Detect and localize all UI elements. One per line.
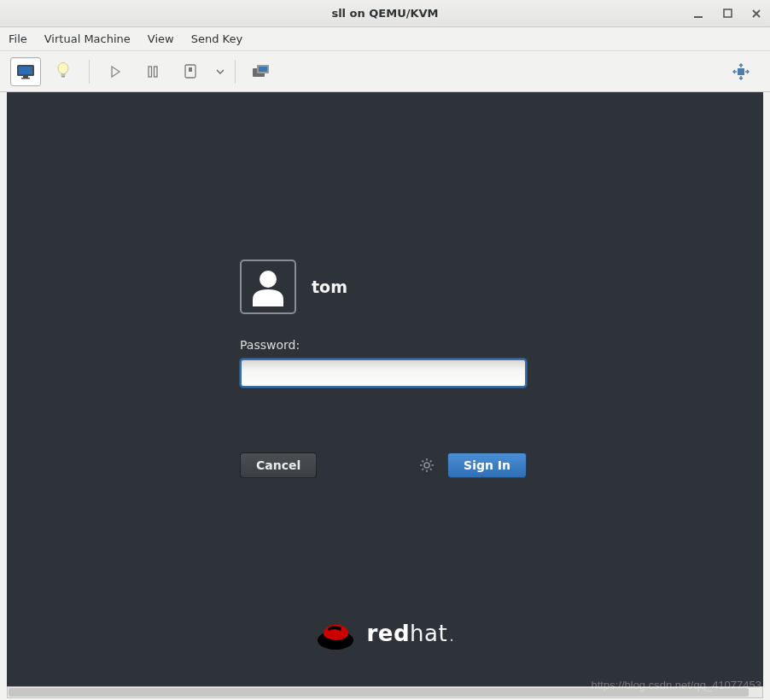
shutdown-dropdown[interactable] bbox=[175, 57, 225, 86]
brand-dot: . bbox=[449, 627, 454, 645]
redhat-wordmark: redhat. bbox=[367, 621, 455, 646]
fullscreen-button[interactable] bbox=[726, 57, 756, 86]
svg-rect-5 bbox=[21, 78, 30, 79]
horizontal-scrollbar[interactable] bbox=[7, 686, 763, 698]
svg-rect-0 bbox=[694, 16, 703, 18]
run-button[interactable] bbox=[100, 57, 131, 86]
window-title: sll on QEMU/KVM bbox=[331, 7, 438, 20]
vm-display[interactable]: tom Password: Cancel bbox=[7, 92, 763, 686]
minimize-button[interactable] bbox=[690, 5, 707, 22]
svg-point-6 bbox=[58, 62, 68, 73]
maximize-button[interactable] bbox=[719, 5, 736, 22]
play-icon bbox=[109, 66, 121, 78]
user-icon bbox=[249, 267, 287, 306]
svg-rect-8 bbox=[61, 76, 65, 78]
login-button-row: Cancel Sign In bbox=[240, 452, 527, 478]
window-controls bbox=[690, 0, 765, 26]
password-label: Password: bbox=[240, 338, 530, 352]
snapshots-button[interactable] bbox=[246, 57, 277, 86]
menubar: File Virtual Machine View Send Key bbox=[0, 27, 770, 51]
vm-viewer-window: sll on QEMU/KVM File Virtual Machine Vie… bbox=[0, 0, 770, 700]
svg-rect-12 bbox=[189, 67, 192, 72]
pause-button[interactable] bbox=[137, 57, 168, 86]
svg-point-17 bbox=[260, 271, 277, 288]
menu-view[interactable]: View bbox=[148, 32, 174, 45]
pause-icon bbox=[148, 66, 158, 78]
svg-point-18 bbox=[424, 463, 429, 468]
svg-rect-16 bbox=[738, 68, 744, 75]
redhat-branding: redhat. bbox=[7, 616, 763, 650]
gear-icon bbox=[419, 458, 435, 473]
session-options-button[interactable] bbox=[418, 457, 435, 474]
details-view-button[interactable] bbox=[48, 57, 79, 86]
brand-light: hat bbox=[410, 621, 447, 646]
svg-rect-1 bbox=[724, 9, 732, 17]
close-button[interactable] bbox=[748, 5, 765, 22]
chevron-down-icon bbox=[216, 69, 225, 74]
menu-virtual-machine[interactable]: Virtual Machine bbox=[44, 32, 131, 45]
redhat-logo-icon bbox=[316, 616, 355, 650]
svg-rect-4 bbox=[23, 76, 28, 78]
svg-rect-7 bbox=[61, 73, 66, 76]
svg-rect-9 bbox=[149, 67, 152, 77]
menu-send-key[interactable]: Send Key bbox=[191, 32, 242, 45]
menu-file[interactable]: File bbox=[9, 32, 27, 45]
shutdown-button[interactable] bbox=[175, 57, 206, 86]
selected-user-row: tom bbox=[240, 260, 530, 314]
gdm-login-screen: tom Password: Cancel bbox=[7, 92, 763, 686]
brand-bold: red bbox=[367, 621, 411, 646]
svg-rect-3 bbox=[19, 67, 32, 74]
svg-rect-10 bbox=[155, 67, 158, 77]
password-input[interactable] bbox=[240, 359, 527, 388]
console-view-button[interactable] bbox=[10, 57, 41, 86]
svg-rect-15 bbox=[259, 67, 267, 72]
sign-in-button[interactable]: Sign In bbox=[447, 452, 527, 478]
login-panel: tom Password: Cancel bbox=[240, 260, 530, 478]
toolbar-separator bbox=[89, 60, 90, 84]
snapshots-icon bbox=[252, 64, 271, 79]
cancel-button[interactable]: Cancel bbox=[240, 452, 317, 478]
titlebar: sll on QEMU/KVM bbox=[0, 0, 770, 27]
username-label: tom bbox=[312, 277, 347, 296]
avatar bbox=[240, 260, 296, 314]
shutdown-icon bbox=[183, 63, 198, 80]
lightbulb-icon bbox=[56, 62, 70, 81]
toolbar-separator bbox=[235, 60, 236, 84]
monitor-icon bbox=[16, 64, 35, 79]
scrollbar-thumb[interactable] bbox=[9, 688, 749, 697]
fullscreen-icon bbox=[732, 63, 750, 80]
toolbar bbox=[0, 51, 770, 92]
